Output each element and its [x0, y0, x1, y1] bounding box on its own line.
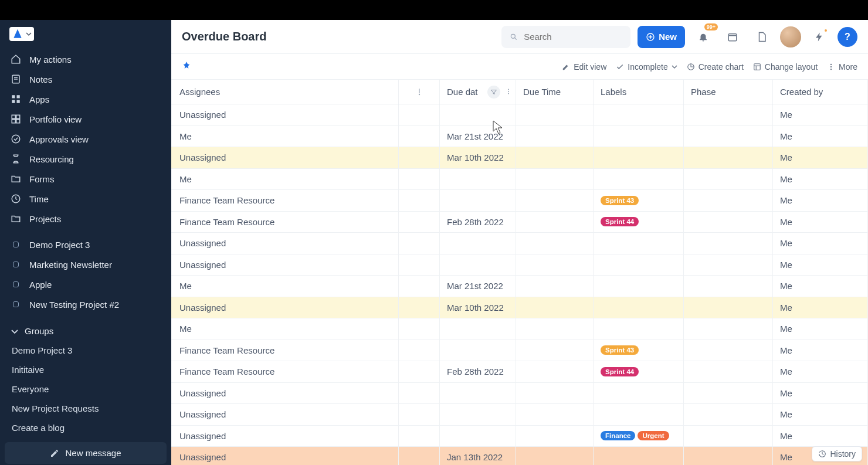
search-box[interactable]: [501, 26, 630, 48]
cell-created-by[interactable]: Me: [773, 297, 868, 318]
cell-assignee[interactable]: Unassigned: [171, 404, 399, 425]
cell-assignee[interactable]: Finance Team Resource: [171, 190, 399, 211]
cell-assignee[interactable]: Unassigned: [171, 447, 399, 465]
cell-phase[interactable]: [684, 147, 773, 168]
group-item[interactable]: Demo Project 3: [0, 341, 171, 360]
group-item[interactable]: Inititaive: [0, 360, 171, 379]
create-chart-button[interactable]: Create chart: [687, 62, 744, 72]
cell-pin[interactable]: [399, 383, 440, 404]
col-header-due-date[interactable]: Due dat: [440, 80, 516, 104]
cell-due-time[interactable]: [516, 147, 594, 168]
cell-labels[interactable]: Sprint 44: [594, 361, 684, 382]
col-header-due-time[interactable]: Due Time: [516, 80, 594, 104]
cell-due-time[interactable]: [516, 254, 594, 276]
cell-due-date[interactable]: Mar 21st 2022: [440, 126, 516, 147]
sidebar-item-notes[interactable]: Notes: [0, 69, 171, 89]
cell-due-date[interactable]: [440, 104, 516, 125]
cell-created-by[interactable]: Me: [773, 318, 868, 340]
cell-assignee[interactable]: Unassigned: [171, 297, 399, 318]
sidebar-item-portfolio-view[interactable]: Portfolio view: [0, 109, 171, 129]
column-menu-button[interactable]: [505, 87, 512, 97]
document-button[interactable]: [751, 26, 773, 48]
label-pill[interactable]: Sprint 43: [601, 196, 639, 205]
cell-pin[interactable]: [399, 318, 440, 340]
cell-pin[interactable]: [399, 404, 440, 425]
cell-due-date[interactable]: Feb 28th 2022: [440, 361, 516, 382]
cell-due-date[interactable]: [440, 233, 516, 254]
cell-due-date[interactable]: [440, 190, 516, 211]
table-row[interactable]: Finance Team Resource Feb 28th 2022 Spri…: [171, 212, 868, 233]
cell-phase[interactable]: [684, 254, 773, 276]
cell-assignee[interactable]: Me: [171, 169, 399, 190]
cell-due-time[interactable]: [516, 340, 594, 361]
sidebar-project-item[interactable]: Demo Project 3: [0, 235, 171, 254]
sidebar-project-item[interactable]: Marketing Newsletter: [0, 254, 171, 274]
edit-view-button[interactable]: Edit view: [562, 62, 606, 72]
cell-due-date[interactable]: [440, 169, 516, 190]
cell-labels[interactable]: [594, 318, 684, 340]
sidebar-project-item[interactable]: Apple: [0, 274, 171, 294]
notifications-button[interactable]: 99+: [692, 26, 714, 48]
cell-due-time[interactable]: [516, 361, 594, 382]
col-header-assignees[interactable]: Assignees: [171, 80, 399, 104]
cell-pin[interactable]: [399, 426, 440, 447]
cell-due-date[interactable]: [440, 404, 516, 425]
cell-labels[interactable]: [594, 147, 684, 168]
cell-due-date[interactable]: [440, 318, 516, 340]
label-pill[interactable]: Sprint 44: [601, 367, 639, 376]
group-item[interactable]: Everyone: [0, 379, 171, 399]
cell-due-time[interactable]: [516, 169, 594, 190]
cell-assignee[interactable]: Unassigned: [171, 426, 399, 447]
cell-phase[interactable]: [684, 104, 773, 125]
cell-labels[interactable]: FinanceUrgent: [594, 426, 684, 447]
cell-labels[interactable]: [594, 276, 684, 297]
cell-due-time[interactable]: [516, 297, 594, 318]
cell-due-date[interactable]: [440, 426, 516, 447]
cell-due-date[interactable]: Mar 10th 2022: [440, 147, 516, 168]
cell-due-time[interactable]: [516, 318, 594, 340]
incomplete-dropdown[interactable]: Incomplete: [616, 62, 677, 72]
cell-pin[interactable]: [399, 212, 440, 233]
cell-due-time[interactable]: [516, 383, 594, 404]
cell-labels[interactable]: [594, 383, 684, 404]
cell-phase[interactable]: [684, 297, 773, 318]
cell-pin[interactable]: [399, 104, 440, 125]
table-row[interactable]: Unassigned FinanceUrgent Me: [171, 426, 868, 447]
cell-assignee[interactable]: Me: [171, 276, 399, 297]
cell-due-date[interactable]: Jan 13th 2022: [440, 447, 516, 465]
sidebar-item-resourcing[interactable]: Resourcing: [0, 149, 171, 169]
label-pill[interactable]: Sprint 44: [601, 217, 639, 226]
bolt-button[interactable]: [808, 26, 830, 48]
cell-assignee[interactable]: Unassigned: [171, 383, 399, 404]
cell-due-time[interactable]: [516, 426, 594, 447]
table-row[interactable]: Finance Team Resource Feb 28th 2022 Spri…: [171, 361, 868, 383]
new-button[interactable]: New: [638, 26, 685, 48]
table-row[interactable]: Unassigned Me: [171, 383, 868, 405]
sidebar-project-item[interactable]: New Testing Project #2: [0, 294, 171, 314]
cell-pin[interactable]: [399, 340, 440, 361]
cell-labels[interactable]: [594, 233, 684, 254]
cell-created-by[interactable]: Me: [773, 169, 868, 190]
sidebar-item-forms[interactable]: Forms: [0, 169, 171, 189]
change-layout-button[interactable]: Change layout: [753, 62, 818, 72]
cell-phase[interactable]: [684, 169, 773, 190]
cell-pin[interactable]: [399, 297, 440, 318]
table-row[interactable]: Unassigned Me: [171, 233, 868, 254]
table-row[interactable]: Me Mar 21st 2022 Me: [171, 126, 868, 148]
cell-created-by[interactable]: Me: [773, 426, 868, 447]
cell-pin[interactable]: [399, 169, 440, 190]
cell-labels[interactable]: Sprint 43: [594, 190, 684, 211]
cell-labels[interactable]: [594, 447, 684, 465]
cell-phase[interactable]: [684, 318, 773, 340]
cell-labels[interactable]: [594, 404, 684, 425]
sidebar-item-my-actions[interactable]: My actions: [0, 49, 171, 69]
cell-assignee[interactable]: Me: [171, 126, 399, 147]
cell-due-date[interactable]: Feb 28th 2022: [440, 212, 516, 233]
table-row[interactable]: Unassigned Jan 13th 2022 Me: [171, 447, 868, 465]
table-row[interactable]: Unassigned Mar 10th 2022 Me: [171, 297, 868, 319]
cell-phase[interactable]: [684, 126, 773, 147]
group-item[interactable]: Create a blog: [0, 418, 171, 437]
cell-created-by[interactable]: Me: [773, 212, 868, 233]
cell-due-time[interactable]: [516, 233, 594, 254]
search-input[interactable]: [524, 32, 622, 42]
